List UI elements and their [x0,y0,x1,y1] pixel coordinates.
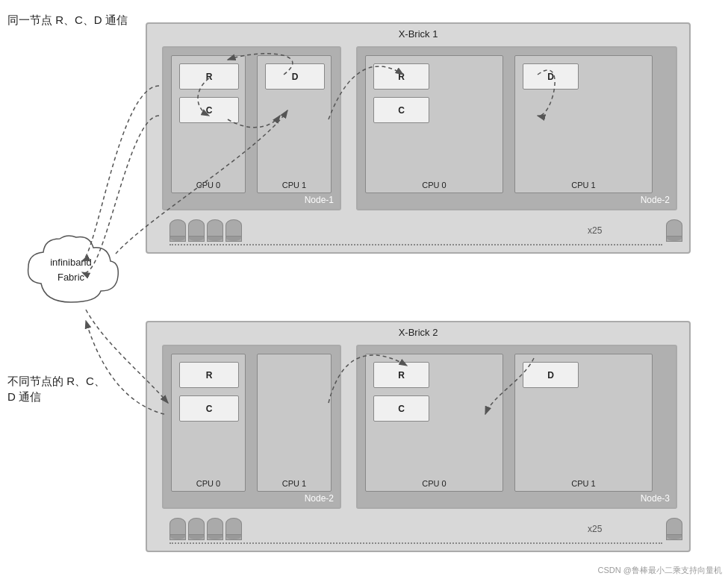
node2-label: Node-2 [641,195,670,205]
node2: Node-2 R C CPU 0 D CPU 1 [356,46,677,210]
node2b-cpu0-label: CPU 0 [196,479,220,488]
cloud: infiniband Fabric [22,231,119,313]
node2-cpu0: R C CPU 0 [365,55,503,193]
main-container: 同一节点 R、C、D 通信 不同节点的 R、C、D 通信 X-Brick 1 N… [0,0,728,579]
xbrick1: X-Brick 1 Node-1 R C CPU 0 D [146,22,691,254]
xbrick2: X-Brick 2 Node-2 R C CPU 0 CPU 1 [146,321,691,552]
node2-cpu0-c: C [373,97,429,123]
node2-cpu1-label: CPU 1 [571,181,595,190]
watermark: CSDN @鲁棒最小二乘支持向量机 [598,565,722,576]
disk8 [225,518,242,540]
node3-cpu1-d: D [523,362,579,388]
node3-cpu0: R C CPU 0 [365,354,503,492]
node3-cpu0-r: R [373,362,429,388]
node3-label: Node-3 [641,493,670,504]
node1-cpu1-label: CPU 1 [282,181,306,190]
single-disk-1 [666,219,682,242]
xbrick2-title: X-Brick 2 [399,327,438,338]
disk2 [188,219,205,242]
node1-label: Node-1 [305,195,334,205]
dotted-line-1 [169,244,662,245]
disk7 [207,518,223,540]
node2-cpu1: D CPU 1 [514,55,653,193]
node3-cpu0-c: C [373,395,429,422]
node3-cpu1: D CPU 1 [514,354,653,492]
node2-cpu0-label: CPU 0 [422,181,446,190]
node3-cpu0-label: CPU 0 [422,479,446,488]
top-label: 同一节点 R、C、D 通信 [7,13,128,28]
node2-cpu1-d: D [523,63,579,90]
x25-label-2: x25 [588,524,602,534]
disk1 [169,219,186,242]
node1-cpu0-label: CPU 0 [196,181,220,190]
node3: Node-3 R C CPU 0 D CPU 1 [356,345,677,509]
node3-cpu1-label: CPU 1 [571,479,595,488]
cloud-line1: infiniband [50,257,92,268]
x25-label-1: x25 [588,225,602,236]
node2b-cpu1-label: CPU 1 [282,479,306,488]
node2b-cpu1: CPU 1 [257,354,332,492]
node1: Node-1 R C CPU 0 D CPU 1 [162,46,341,210]
node1-cpu1: D CPU 1 [257,55,332,193]
node2b-cpu0-r: R [179,362,239,388]
node1-cpu1-d: D [265,63,325,90]
node1-cpu0: R C CPU 0 [171,55,246,193]
xbrick1-title: X-Brick 1 [399,28,438,40]
disk4 [225,219,242,242]
single-disk-2 [666,518,682,540]
node1-cpu0-c: C [179,97,239,123]
bottom-label: 不同节点的 R、C、D 通信 [7,373,112,404]
node1-cpu0-r: R [179,63,239,90]
node2-cpu0-r: R [373,63,429,90]
dotted-line-2 [169,542,662,544]
node2b-cpu0: R C CPU 0 [171,354,246,492]
disk-group-2 [169,518,242,540]
disk5 [169,518,186,540]
node2b: Node-2 R C CPU 0 CPU 1 [162,345,341,509]
cloud-line2: Fabric [57,272,84,283]
node2b-cpu0-c: C [179,395,239,422]
node2b-label: Node-2 [305,493,334,504]
disk3 [207,219,223,242]
disk6 [188,518,205,540]
disk-group-1 [169,219,242,242]
